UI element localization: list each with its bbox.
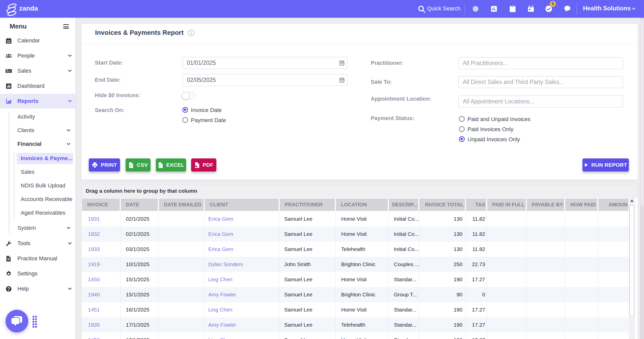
svg-text:x: x	[159, 164, 161, 167]
svg-text:A: A	[196, 164, 197, 166]
svg-text:CSV: CSV	[129, 165, 133, 166]
